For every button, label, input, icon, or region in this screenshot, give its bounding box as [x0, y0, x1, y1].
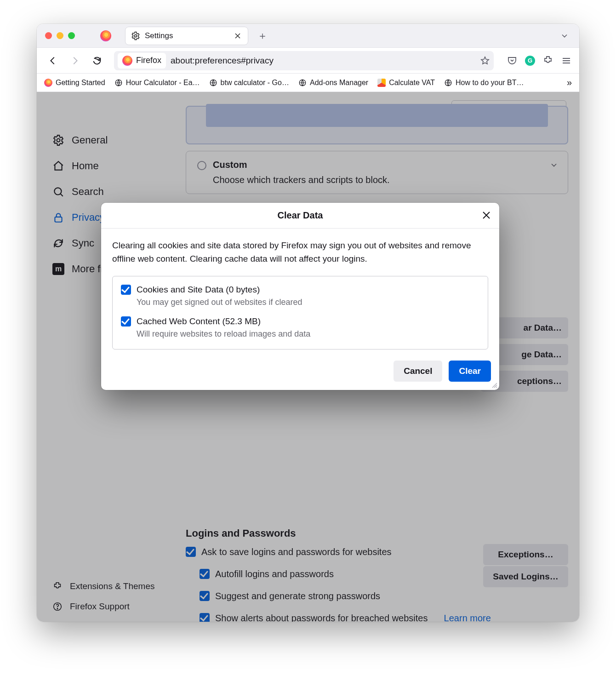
bookmark-btw-calculator[interactable]: btw calculator - Go… — [209, 79, 289, 87]
resize-handle-icon[interactable] — [491, 382, 497, 388]
identity-label: Firefox — [136, 56, 161, 65]
browser-window: Settings ＋ Firefox — [37, 24, 579, 622]
address-bar[interactable]: Firefox about:preferences#privacy — [114, 51, 494, 70]
gear-icon — [131, 31, 140, 40]
window-minimize-button[interactable] — [57, 32, 63, 39]
firefox-app-icon — [100, 30, 111, 41]
window-controls — [37, 32, 75, 39]
window-zoom-button[interactable] — [68, 32, 75, 39]
svg-point-0 — [134, 34, 137, 37]
option-cached-web-content: Cached Web Content (52.3 MB) Will requir… — [121, 316, 479, 339]
bookmarks-toolbar: Getting Started Hour Calculator - Ea… bt… — [37, 74, 579, 92]
dialog-close-button[interactable] — [481, 210, 492, 221]
reload-button[interactable] — [88, 52, 106, 69]
bookmark-hour-calculator[interactable]: Hour Calculator - Ea… — [114, 79, 200, 87]
globe-icon — [114, 79, 123, 87]
close-icon[interactable] — [233, 31, 242, 40]
clear-data-dialog: Clear Data Clearing all cookies and site… — [101, 203, 499, 390]
forward-button[interactable] — [66, 52, 84, 69]
bookmark-how-to-bt[interactable]: How to do your BT… — [444, 79, 524, 87]
tab-strip: Settings ＋ — [37, 24, 579, 48]
tabs-dropdown-icon[interactable] — [560, 31, 569, 40]
navigation-toolbar: Firefox about:preferences#privacy — [37, 48, 579, 74]
bookmarks-overflow-button[interactable]: » — [567, 77, 572, 88]
back-button[interactable] — [44, 52, 62, 69]
globe-icon — [298, 79, 307, 87]
firefox-icon — [122, 56, 132, 66]
window-close-button[interactable] — [45, 32, 52, 39]
bookmark-star-icon[interactable] — [480, 56, 490, 66]
tab-settings[interactable]: Settings — [125, 27, 248, 45]
dialog-description: Clearing all cookies and site data store… — [112, 239, 488, 266]
bookmark-getting-started[interactable]: Getting Started — [44, 79, 105, 87]
cancel-button[interactable]: Cancel — [394, 361, 442, 382]
new-tab-button[interactable]: ＋ — [257, 29, 268, 43]
dialog-title: Clear Data — [278, 210, 323, 221]
pocket-icon[interactable] — [507, 55, 518, 66]
identity-box[interactable]: Firefox — [118, 53, 166, 69]
grammarly-icon[interactable] — [525, 56, 535, 66]
option-cookies-site-data: Cookies and Site Data (0 bytes) You may … — [121, 285, 479, 307]
clear-button[interactable]: Clear — [449, 361, 491, 382]
bookmark-calculate-vat[interactable]: Calculate VAT — [377, 79, 435, 87]
globe-icon — [444, 79, 452, 87]
app-menu-icon[interactable] — [561, 55, 572, 66]
tab-label: Settings — [145, 31, 228, 40]
url-text: about:preferences#privacy — [171, 56, 274, 66]
globe-icon — [209, 79, 217, 87]
checkbox-cookies-data[interactable] — [121, 285, 131, 295]
extensions-icon[interactable] — [542, 55, 553, 66]
bookmark-addons-manager[interactable]: Add-ons Manager — [298, 79, 368, 87]
vat-icon — [377, 79, 386, 87]
checkbox-cached-content[interactable] — [121, 316, 131, 327]
